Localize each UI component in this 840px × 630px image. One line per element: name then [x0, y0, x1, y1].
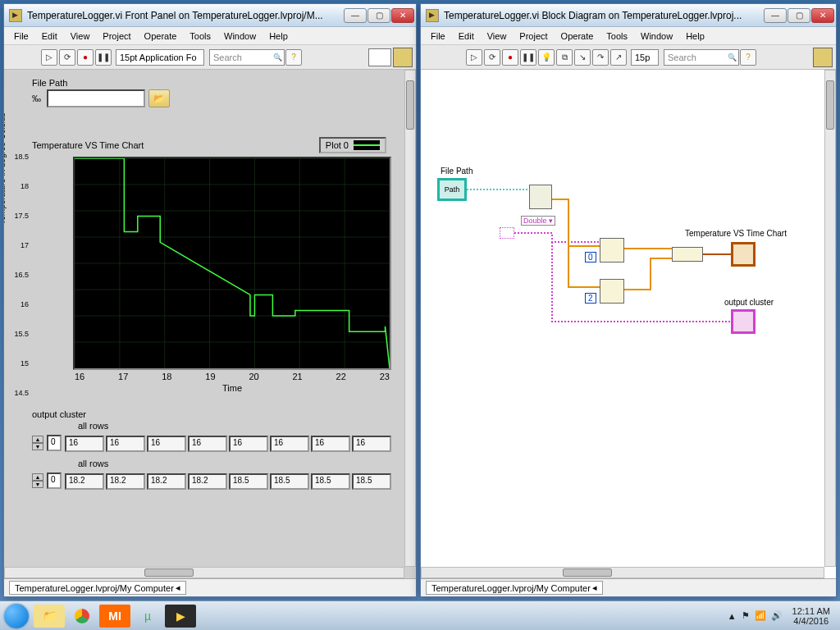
start-button[interactable] [0, 601, 33, 631]
bd-cluster-indicator[interactable] [731, 309, 756, 334]
menu-tools[interactable]: Tools [600, 30, 634, 43]
font-selector[interactable]: 15p [631, 49, 659, 66]
menu-window[interactable]: Window [634, 30, 679, 43]
minimize-button[interactable]: — [344, 8, 367, 23]
array-cell[interactable]: 16 [106, 436, 145, 452]
abort-button[interactable]: ● [502, 49, 518, 66]
close-button[interactable]: ✕ [391, 8, 414, 23]
maximize-button[interactable]: ▢ [368, 8, 390, 23]
titlebar[interactable]: TemperatureLogger.vi Front Panel on Temp… [4, 4, 416, 27]
step-into-button[interactable]: ↘ [574, 49, 591, 66]
array-cell[interactable]: 16 [229, 436, 268, 452]
breadcrumb[interactable]: TemperatureLogger.lvproj/My Computer ◂ [426, 581, 603, 595]
menu-operate[interactable]: Operate [138, 30, 184, 43]
minimize-button[interactable]: — [764, 8, 787, 23]
run-button[interactable]: ▷ [466, 49, 482, 66]
array-cell[interactable]: 18.2 [188, 473, 227, 490]
block-diagram-content[interactable]: File Path Path Double ▾ 0 2 Temperature … [421, 70, 836, 578]
scrollbar-vertical[interactable] [824, 70, 836, 567]
bd-index-array-2[interactable] [600, 279, 624, 304]
search-input[interactable]: Search [209, 49, 285, 66]
index-spinner-2[interactable]: ▲▼ [32, 473, 43, 488]
abort-button[interactable]: ● [77, 49, 94, 66]
step-out-button[interactable]: ↗ [610, 49, 627, 66]
tray-clock[interactable]: 12:11 AM 4/4/2016 [788, 606, 835, 626]
close-button[interactable]: ✕ [811, 8, 834, 23]
breadcrumb-arrow-icon[interactable]: ◂ [176, 582, 180, 593]
menu-help[interactable]: Help [679, 30, 711, 43]
help-button[interactable]: ? [740, 49, 756, 66]
scrollbar-horizontal[interactable] [421, 567, 824, 578]
array-cell[interactable]: 18.2 [106, 473, 145, 490]
menu-tools[interactable]: Tools [183, 30, 217, 43]
tray-volume-icon[interactable]: 🔊 [771, 610, 783, 621]
breadcrumb[interactable]: TemperatureLogger.lvproj/My Computer ◂ [9, 581, 186, 595]
task-labview[interactable]: ▶ [165, 605, 196, 628]
bd-read-spreadsheet[interactable] [529, 185, 552, 209]
pause-button[interactable]: ❚❚ [520, 49, 536, 66]
file-path-input[interactable] [47, 89, 145, 107]
task-utorrent[interactable]: µ [132, 605, 163, 628]
menu-file[interactable]: File [7, 30, 35, 43]
menu-view[interactable]: View [481, 30, 514, 43]
array-cell[interactable]: 16 [311, 436, 350, 452]
tray-network-icon[interactable]: 📶 [755, 610, 766, 621]
bd-bundle-icon[interactable] [500, 227, 514, 239]
array-cell[interactable]: 16 [270, 436, 309, 452]
scrollbar-horizontal[interactable] [4, 567, 404, 578]
bd-const-0[interactable]: 0 [585, 252, 596, 262]
bd-path-control[interactable]: Path [437, 178, 467, 201]
scrollbar-vertical[interactable] [404, 70, 416, 567]
index-value-2[interactable]: 0 [47, 472, 62, 489]
highlight-button[interactable]: 💡 [538, 49, 555, 66]
array-cell[interactable]: 18.5 [352, 473, 391, 490]
index-spinner-1[interactable]: ▲▼ [32, 436, 43, 450]
index-value-1[interactable]: 0 [47, 435, 62, 451]
browse-button[interactable]: 📂 [148, 89, 170, 107]
array-cell[interactable]: 16 [147, 436, 186, 452]
menu-edit[interactable]: Edit [35, 30, 64, 43]
bd-double-selector[interactable]: Double ▾ [521, 216, 555, 226]
help-button[interactable]: ? [285, 49, 302, 66]
menu-window[interactable]: Window [217, 30, 262, 43]
bd-bundle[interactable] [672, 247, 703, 262]
run-continuous-button[interactable]: ⟳ [484, 49, 500, 66]
plot-legend[interactable]: Plot 0 [319, 137, 386, 153]
titlebar[interactable]: TemperatureLogger.vi Block Diagram on Te… [421, 4, 836, 27]
vi-icon-editor[interactable] [813, 48, 833, 67]
array-cell[interactable]: 16 [188, 436, 227, 452]
menu-help[interactable]: Help [262, 30, 294, 43]
run-continuous-button[interactable]: ⟳ [59, 49, 75, 66]
step-over-button[interactable]: ↷ [592, 49, 609, 66]
array-cell[interactable]: 16 [352, 436, 391, 452]
tray-flag-icon[interactable]: ⚑ [742, 610, 750, 621]
array-cell[interactable]: 18.5 [311, 473, 350, 490]
menu-operate[interactable]: Operate [555, 30, 600, 43]
array-cell[interactable]: 18.5 [270, 473, 309, 490]
menu-file[interactable]: File [424, 30, 452, 43]
search-input[interactable]: Search [664, 49, 739, 66]
breadcrumb-arrow-icon[interactable]: ◂ [592, 582, 597, 593]
retain-wires-button[interactable]: ⧉ [556, 49, 573, 66]
menu-edit[interactable]: Edit [452, 30, 481, 43]
connector-pane[interactable] [368, 48, 391, 66]
tray-up-icon[interactable]: ▲ [728, 611, 737, 621]
bd-index-array-0[interactable] [600, 238, 624, 262]
task-explorer[interactable]: 📁 [34, 605, 65, 628]
bd-chart-indicator[interactable] [731, 242, 756, 267]
array-cell[interactable]: 18.2 [65, 473, 104, 490]
maximize-button[interactable]: ▢ [788, 8, 810, 23]
array-cell[interactable]: 16 [65, 436, 104, 452]
chart-plot-area[interactable] [73, 157, 391, 370]
task-chrome[interactable] [66, 605, 98, 628]
run-button[interactable]: ▷ [41, 49, 57, 66]
pause-button[interactable]: ❚❚ [95, 49, 112, 66]
array-cell[interactable]: 18.5 [229, 473, 268, 490]
bd-const-2[interactable]: 2 [585, 293, 596, 304]
vi-icon-editor[interactable] [393, 48, 413, 67]
menu-view[interactable]: View [64, 30, 97, 43]
task-mi[interactable]: MI [99, 605, 130, 628]
menu-project[interactable]: Project [96, 30, 137, 43]
menu-project[interactable]: Project [513, 30, 554, 43]
font-selector[interactable]: 15pt Application Fo [116, 49, 204, 66]
